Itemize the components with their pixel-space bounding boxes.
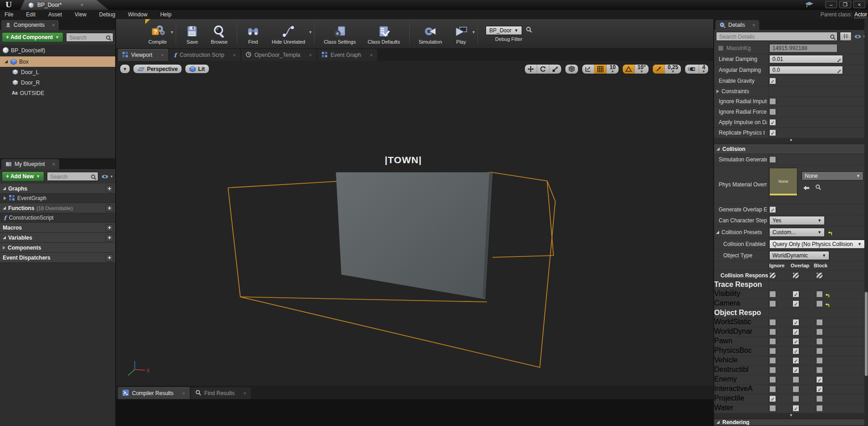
- checkbox-on[interactable]: ✓: [769, 396, 776, 402]
- blueprint-item-constructionscript[interactable]: fConstructionScript: [0, 213, 115, 223]
- collision-category-header[interactable]: Collision: [714, 144, 868, 154]
- checkbox-off[interactable]: [769, 338, 776, 345]
- menu-file[interactable]: File: [5, 11, 13, 18]
- checkbox-on[interactable]: ✓: [769, 130, 776, 136]
- asset-tab[interactable]: BP_Door* ×: [20, 0, 109, 10]
- doc-tab-viewport[interactable]: Viewport×: [118, 49, 168, 61]
- visibility-eye-icon[interactable]: ▼: [101, 174, 113, 179]
- toolbar-find-button[interactable]: Find: [240, 23, 266, 45]
- close-icon[interactable]: ×: [244, 391, 246, 396]
- checkbox-mixed[interactable]: [769, 272, 776, 279]
- toolbar-browse-button[interactable]: Browse: [205, 23, 233, 45]
- checkbox-off[interactable]: [769, 348, 776, 355]
- scale-tool-button[interactable]: [549, 65, 561, 74]
- checkbox-off[interactable]: [769, 405, 776, 412]
- toolbar-save-button[interactable]: Save: [179, 23, 205, 45]
- collision-enabled-dropdown[interactable]: Query Only (No Physics Collision▼: [769, 240, 865, 249]
- minimize-button[interactable]: –: [825, 1, 837, 8]
- grid-snap-toggle[interactable]: [594, 65, 606, 74]
- checkbox-on[interactable]: ✓: [792, 348, 799, 355]
- show-advanced-expander[interactable]: ▼: [714, 138, 868, 144]
- close-icon[interactable]: ×: [182, 391, 185, 396]
- world-space-toggle[interactable]: [565, 65, 578, 74]
- close-button[interactable]: ×: [853, 1, 865, 8]
- close-icon[interactable]: ×: [309, 52, 312, 58]
- checkbox-off[interactable]: [769, 319, 776, 326]
- move-tool-button[interactable]: [525, 65, 537, 74]
- tab-components[interactable]: Components×: [1, 20, 59, 30]
- expand-arrow-icon[interactable]: [4, 196, 6, 200]
- checkbox-off[interactable]: [769, 156, 776, 163]
- bottom-tab-find-results[interactable]: Find Results×: [191, 387, 251, 399]
- rendering-category-header[interactable]: Rendering: [714, 419, 868, 426]
- checkbox-off[interactable]: [792, 396, 799, 402]
- checkbox-off[interactable]: [769, 329, 776, 336]
- debug-search-icon[interactable]: [526, 26, 532, 35]
- scale-snap-toggle[interactable]: [653, 65, 665, 74]
- collapse-arrow-icon[interactable]: [3, 206, 6, 210]
- show-advanced-expander[interactable]: ▼: [714, 413, 868, 419]
- perspective-button[interactable]: Perspective: [133, 64, 182, 74]
- blueprint-section-event-dispatchers[interactable]: Event Dispatchers+: [0, 253, 115, 263]
- chevron-down-icon[interactable]: ▼: [170, 30, 174, 35]
- blueprint-section-graphs[interactable]: Graphs+: [0, 184, 115, 194]
- component-door-l[interactable]: Door_L: [0, 67, 115, 77]
- toolbar-class-settings-button[interactable]: Class Settings: [318, 23, 361, 45]
- toolbar-compile-button[interactable]: ?Compile▼: [142, 23, 173, 45]
- viewport-options-button[interactable]: ▼: [120, 64, 130, 74]
- add-button[interactable]: +: [106, 205, 113, 212]
- reset-to-default-icon[interactable]: [828, 230, 832, 238]
- doc-tab-construction-scrip[interactable]: fConstruction Scrip×: [169, 49, 240, 61]
- checkbox-on[interactable]: ✓: [816, 376, 823, 383]
- compiler-results-content[interactable]: [116, 399, 713, 426]
- checkbox-off[interactable]: [816, 348, 823, 355]
- checkbox-off[interactable]: [816, 338, 823, 345]
- menu-asset[interactable]: Asset: [48, 11, 62, 18]
- checkbox-on[interactable]: ✓: [792, 329, 799, 336]
- close-icon[interactable]: ×: [752, 22, 755, 28]
- angular-damping-field[interactable]: 0.0: [769, 65, 843, 74]
- tab-details[interactable]: i Details×: [716, 20, 759, 30]
- checkbox-off[interactable]: [816, 291, 823, 298]
- enable-gravity-checkbox[interactable]: ✓: [769, 77, 776, 84]
- maximize-button[interactable]: ❒: [839, 1, 851, 8]
- menu-debug[interactable]: Debug: [99, 11, 115, 18]
- tutorial-cap-icon[interactable]: [805, 1, 813, 10]
- scrollbar-thumb[interactable]: [865, 292, 868, 376]
- linear-damping-field[interactable]: 0.01: [769, 55, 843, 63]
- add-component-button[interactable]: + Add Component▼: [2, 32, 63, 42]
- checkbox-on[interactable]: ✓: [816, 386, 823, 393]
- component-door-r[interactable]: Door_R: [0, 77, 115, 88]
- details-search[interactable]: [716, 32, 838, 41]
- bottom-tab-compiler-results[interactable]: Compiler Results×: [118, 387, 190, 399]
- chevron-down-icon[interactable]: ▼: [309, 30, 313, 35]
- add-new-button[interactable]: + Add New▼: [2, 171, 44, 181]
- object-type-dropdown[interactable]: WorldDynamic▼: [769, 251, 829, 260]
- can-character-step-dropdown[interactable]: Yes▼: [769, 216, 825, 225]
- components-search[interactable]: [66, 33, 113, 42]
- debug-object-dropdown[interactable]: BP_Door▼: [486, 26, 522, 35]
- checkbox-on[interactable]: ✓: [792, 357, 799, 364]
- checkbox-off[interactable]: [769, 109, 776, 115]
- collision-presets-dropdown[interactable]: Custom...▼: [769, 228, 825, 237]
- checkbox-on[interactable]: ✓: [792, 338, 799, 345]
- checkbox-off[interactable]: [816, 405, 823, 412]
- drag-adjust-icon[interactable]: [837, 57, 841, 65]
- checkbox-off[interactable]: [816, 396, 823, 402]
- doc-tab-event-graph[interactable]: Event Graph×: [317, 49, 377, 61]
- add-button[interactable]: +: [106, 185, 113, 192]
- checkbox-off[interactable]: [769, 376, 776, 383]
- collapse-arrow-icon[interactable]: [3, 187, 6, 190]
- checkbox-off[interactable]: [792, 386, 799, 393]
- checkbox-off[interactable]: [816, 357, 823, 364]
- checkbox-off[interactable]: [816, 329, 823, 336]
- rotation-snap-toggle[interactable]: [623, 65, 635, 74]
- checkbox-on[interactable]: ✓: [769, 206, 776, 213]
- property-matrix-button[interactable]: [840, 32, 852, 41]
- checkbox-on[interactable]: ✓: [792, 301, 799, 307]
- menu-edit[interactable]: Edit: [26, 11, 36, 18]
- toolbar-hide-unrelated-button[interactable]: Hide Unrelated▼: [266, 23, 311, 45]
- checkbox-mixed[interactable]: [792, 272, 799, 279]
- prop-constraints-group[interactable]: Constraints: [714, 86, 868, 96]
- add-button[interactable]: +: [106, 234, 113, 241]
